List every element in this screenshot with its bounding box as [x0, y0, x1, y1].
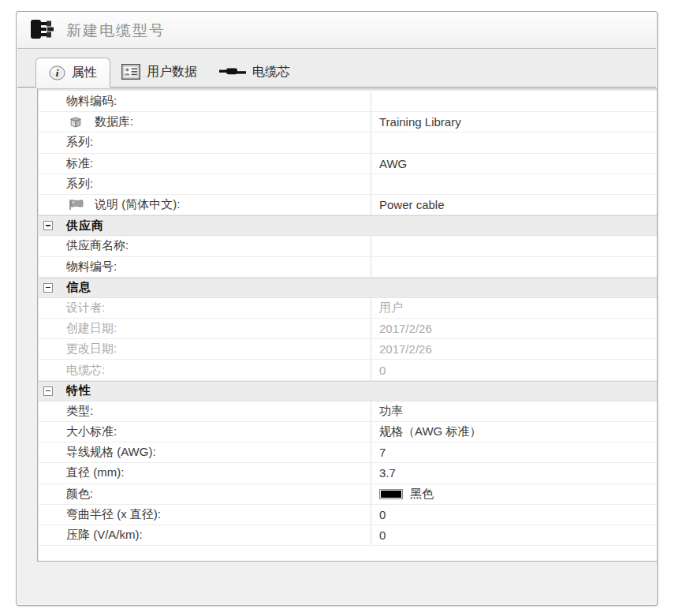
property-value: 2017/2/26	[371, 319, 657, 338]
property-row[interactable]: 物料编号:	[38, 257, 657, 278]
tab-label: 用户数据	[147, 64, 197, 80]
dialog-title: 新建电缆型号	[66, 21, 166, 41]
user-data-icon	[121, 64, 140, 80]
property-row[interactable]: 标准:AWG	[38, 154, 657, 174]
property-row[interactable]: 更改日期:2017/2/26	[38, 339, 657, 360]
property-row[interactable]: 弯曲半径 (x 直径):0	[38, 505, 657, 525]
property-row[interactable]: 大小标准:规格（AWG 标准）	[38, 422, 657, 442]
group-row[interactable]: 供应商	[38, 215, 657, 236]
tab-label: 属性	[72, 65, 97, 81]
property-value[interactable]: 3.7	[371, 463, 657, 483]
property-value: 2017/2/26	[371, 339, 657, 359]
property-value: 0	[371, 360, 657, 379]
property-value[interactable]	[371, 133, 657, 152]
info-icon: i	[49, 65, 65, 80]
property-label: 大小标准:	[38, 422, 371, 442]
property-value[interactable]: 0	[371, 505, 657, 525]
property-label: 更改日期:	[38, 339, 371, 359]
color-swatch	[379, 489, 403, 499]
cable-plug-icon	[30, 18, 57, 43]
group-row[interactable]: 信息	[38, 278, 657, 298]
group-label: 特性	[66, 383, 91, 398]
cable-core-icon	[219, 67, 246, 77]
collapse-icon[interactable]	[43, 386, 53, 396]
property-label: 电缆芯:	[38, 360, 371, 379]
property-row[interactable]: 压降 (V/A/km):0	[38, 525, 657, 546]
property-label: 物料编码:	[38, 91, 371, 111]
new-cable-type-dialog: 新建电缆型号 i属性用户数据电缆芯 物料编码:数据库:Training Libr…	[16, 11, 658, 606]
property-label: 物料编号:	[38, 257, 371, 277]
language-flag-icon	[69, 200, 84, 210]
property-value[interactable]	[371, 257, 657, 277]
tab-strip: i属性用户数据电缆芯	[17, 50, 656, 88]
property-value[interactable]: 功率	[371, 401, 657, 421]
property-row[interactable]: 系列:	[38, 174, 657, 195]
property-value[interactable]: Training Library	[371, 112, 657, 132]
property-value[interactable]: 7	[371, 442, 657, 462]
property-row[interactable]: 系列:	[38, 133, 657, 153]
property-label: 标准:	[38, 154, 371, 174]
property-row[interactable]: 颜色:黑色	[38, 484, 657, 505]
property-value[interactable]: 0	[371, 525, 657, 545]
property-value[interactable]: AWG	[371, 154, 657, 174]
property-row[interactable]: 创建日期:2017/2/26	[38, 319, 657, 339]
property-value[interactable]	[371, 174, 657, 194]
property-label: 数据库:	[38, 112, 371, 132]
property-label: 设计者:	[38, 298, 371, 318]
property-row[interactable]: 直径 (mm):3.7	[38, 463, 657, 483]
property-label: 供应商名称:	[38, 236, 371, 256]
property-label: 压降 (V/A/km):	[38, 525, 371, 545]
property-value[interactable]	[371, 91, 657, 111]
tab-user-data[interactable]: 用户数据	[110, 57, 208, 87]
tab-properties[interactable]: i属性	[35, 58, 110, 88]
group-row[interactable]: 特性	[38, 381, 657, 401]
property-value[interactable]	[371, 236, 657, 256]
property-row[interactable]: 设计者:用户	[38, 298, 657, 319]
property-label: 系列:	[38, 133, 371, 152]
dialog-titlebar: 新建电缆型号	[17, 13, 656, 49]
property-row[interactable]: 类型:功率	[38, 401, 657, 422]
property-label: 系列:	[38, 174, 371, 194]
svg-text:i: i	[56, 67, 59, 79]
property-row[interactable]: 物料编码:	[38, 91, 657, 112]
group-label: 供应商	[66, 218, 104, 233]
property-grid: 物料编码:数据库:Training Library系列:标准:AWG系列:说明 …	[37, 88, 657, 562]
property-row[interactable]: 供应商名称:	[38, 236, 657, 256]
property-row[interactable]: 导线规格 (AWG):7	[38, 442, 657, 463]
property-value[interactable]: Power cable	[371, 195, 657, 215]
property-label: 创建日期:	[38, 319, 371, 338]
property-row[interactable]: 电缆芯:0	[38, 360, 657, 380]
tab-cable-cores[interactable]: 电缆芯	[208, 57, 301, 87]
property-label: 类型:	[38, 401, 371, 421]
collapse-icon[interactable]	[43, 221, 53, 230]
tab-label: 电缆芯	[252, 64, 290, 80]
property-row[interactable]: 数据库:Training Library	[38, 112, 657, 133]
property-label: 说明 (简体中文):	[38, 195, 371, 215]
property-label: 颜色:	[38, 484, 371, 504]
property-row[interactable]: 说明 (简体中文):Power cable	[38, 195, 657, 215]
property-value[interactable]: 规格（AWG 标准）	[371, 422, 657, 442]
property-label: 导线规格 (AWG):	[38, 442, 371, 462]
library-box-icon	[69, 116, 82, 128]
property-value[interactable]: 黑色	[371, 484, 657, 504]
group-label: 信息	[66, 280, 91, 295]
screenshot-root: { "window": { "title": "新建电缆型号", "title_…	[0, 0, 682, 616]
property-label: 直径 (mm):	[38, 463, 371, 483]
property-value: 用户	[371, 298, 657, 318]
property-label: 弯曲半径 (x 直径):	[38, 505, 371, 525]
collapse-icon[interactable]	[43, 283, 53, 293]
